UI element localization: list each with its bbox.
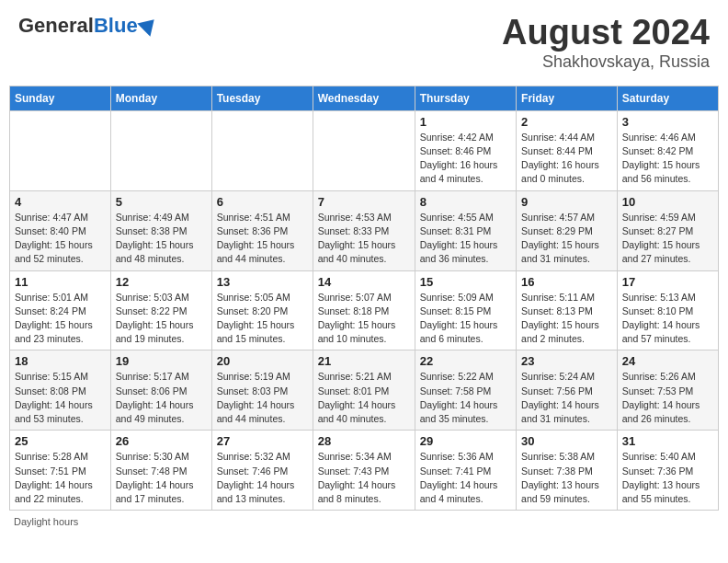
day-number: 23	[521, 354, 612, 368]
day-number: 15	[420, 275, 511, 289]
calendar-day-cell: 11Sunrise: 5:01 AM Sunset: 8:24 PM Dayli…	[10, 270, 111, 350]
day-info-text: Sunrise: 5:32 AM Sunset: 7:46 PM Dayligh…	[217, 450, 308, 506]
calendar-day-cell: 16Sunrise: 5:11 AM Sunset: 8:13 PM Dayli…	[517, 270, 618, 350]
calendar-day-cell	[313, 110, 415, 190]
calendar-day-cell: 10Sunrise: 4:59 AM Sunset: 8:27 PM Dayli…	[617, 190, 718, 270]
calendar-day-cell: 20Sunrise: 5:19 AM Sunset: 8:03 PM Dayli…	[211, 350, 313, 431]
calendar-day-cell: 5Sunrise: 4:49 AM Sunset: 8:38 PM Daylig…	[110, 190, 211, 270]
calendar-week-row: 11Sunrise: 5:01 AM Sunset: 8:24 PM Dayli…	[10, 270, 719, 350]
calendar-day-cell	[110, 110, 211, 190]
calendar-week-row: 4Sunrise: 4:47 AM Sunset: 8:40 PM Daylig…	[10, 190, 719, 270]
calendar-day-cell	[10, 110, 111, 190]
day-info-text: Sunrise: 5:01 AM Sunset: 8:24 PM Dayligh…	[15, 291, 106, 347]
day-info-text: Sunrise: 4:47 AM Sunset: 8:40 PM Dayligh…	[15, 211, 106, 267]
calendar-week-row: 18Sunrise: 5:15 AM Sunset: 8:08 PM Dayli…	[10, 350, 719, 431]
day-number: 8	[420, 195, 511, 209]
calendar-day-cell: 13Sunrise: 5:05 AM Sunset: 8:20 PM Dayli…	[211, 270, 313, 350]
calendar-day-cell: 19Sunrise: 5:17 AM Sunset: 8:06 PM Dayli…	[110, 350, 211, 431]
calendar-day-cell: 6Sunrise: 4:51 AM Sunset: 8:36 PM Daylig…	[211, 190, 313, 270]
location-title: Shakhovskaya, Russia	[502, 52, 710, 72]
day-info-text: Sunrise: 5:15 AM Sunset: 8:08 PM Dayligh…	[15, 370, 106, 426]
day-info-text: Sunrise: 5:07 AM Sunset: 8:18 PM Dayligh…	[318, 291, 410, 347]
day-info-text: Sunrise: 4:55 AM Sunset: 8:31 PM Dayligh…	[420, 211, 511, 267]
logo-blue-text: Blue	[94, 14, 138, 38]
day-info-text: Sunrise: 5:17 AM Sunset: 8:06 PM Dayligh…	[116, 370, 207, 426]
day-info-text: Sunrise: 5:19 AM Sunset: 8:03 PM Dayligh…	[217, 370, 308, 426]
day-info-text: Sunrise: 4:46 AM Sunset: 8:42 PM Dayligh…	[622, 131, 713, 187]
day-number: 12	[116, 275, 207, 289]
calendar-day-cell: 21Sunrise: 5:21 AM Sunset: 8:01 PM Dayli…	[313, 350, 415, 431]
calendar-day-cell: 23Sunrise: 5:24 AM Sunset: 7:56 PM Dayli…	[517, 350, 618, 431]
calendar-day-cell	[211, 110, 313, 190]
logo-arrow-icon	[137, 13, 160, 36]
day-info-text: Sunrise: 5:30 AM Sunset: 7:48 PM Dayligh…	[116, 450, 207, 506]
day-number: 24	[622, 354, 713, 368]
day-info-text: Sunrise: 5:21 AM Sunset: 8:01 PM Dayligh…	[318, 370, 410, 426]
calendar-day-cell: 24Sunrise: 5:26 AM Sunset: 7:53 PM Dayli…	[617, 350, 718, 431]
month-year-title: August 2024	[502, 14, 710, 52]
day-number: 20	[217, 354, 308, 368]
calendar-day-cell: 1Sunrise: 4:42 AM Sunset: 8:46 PM Daylig…	[415, 110, 516, 190]
day-number: 6	[217, 195, 308, 209]
calendar-day-cell: 27Sunrise: 5:32 AM Sunset: 7:46 PM Dayli…	[211, 431, 313, 511]
day-number: 4	[15, 195, 106, 209]
calendar-day-cell: 7Sunrise: 4:53 AM Sunset: 8:33 PM Daylig…	[313, 190, 415, 270]
day-of-week-header: Tuesday	[211, 86, 313, 110]
day-info-text: Sunrise: 5:26 AM Sunset: 7:53 PM Dayligh…	[622, 370, 713, 426]
calendar-day-cell: 22Sunrise: 5:22 AM Sunset: 7:58 PM Dayli…	[415, 350, 516, 431]
day-number: 19	[116, 354, 207, 368]
day-number: 28	[318, 434, 410, 448]
day-number: 17	[622, 275, 713, 289]
day-info-text: Sunrise: 5:13 AM Sunset: 8:10 PM Dayligh…	[622, 291, 713, 347]
calendar-day-cell: 31Sunrise: 5:40 AM Sunset: 7:36 PM Dayli…	[617, 431, 718, 511]
day-number: 27	[217, 434, 308, 448]
day-number: 3	[622, 115, 713, 129]
calendar-week-row: 1Sunrise: 4:42 AM Sunset: 8:46 PM Daylig…	[10, 110, 719, 190]
day-of-week-header: Sunday	[10, 86, 111, 110]
logo: General Blue	[18, 14, 158, 38]
day-info-text: Sunrise: 4:53 AM Sunset: 8:33 PM Dayligh…	[318, 211, 410, 267]
day-number: 26	[116, 434, 207, 448]
day-info-text: Sunrise: 5:40 AM Sunset: 7:36 PM Dayligh…	[622, 450, 713, 506]
day-info-text: Sunrise: 5:36 AM Sunset: 7:41 PM Dayligh…	[420, 450, 511, 506]
day-info-text: Sunrise: 5:38 AM Sunset: 7:38 PM Dayligh…	[521, 450, 612, 506]
day-number: 18	[15, 354, 106, 368]
calendar-day-cell: 9Sunrise: 4:57 AM Sunset: 8:29 PM Daylig…	[517, 190, 618, 270]
day-of-week-header: Friday	[517, 86, 618, 110]
day-number: 29	[420, 434, 511, 448]
day-number: 30	[521, 434, 612, 448]
day-of-week-header: Saturday	[617, 86, 718, 110]
calendar-header-row: SundayMondayTuesdayWednesdayThursdayFrid…	[10, 86, 719, 110]
day-number: 11	[15, 275, 106, 289]
day-number: 14	[318, 275, 410, 289]
day-number: 31	[622, 434, 713, 448]
day-number: 5	[116, 195, 207, 209]
calendar-day-cell: 15Sunrise: 5:09 AM Sunset: 8:15 PM Dayli…	[415, 270, 516, 350]
day-number: 13	[217, 275, 308, 289]
day-of-week-header: Thursday	[415, 86, 516, 110]
day-info-text: Sunrise: 5:34 AM Sunset: 7:43 PM Dayligh…	[318, 450, 410, 506]
calendar-day-cell: 4Sunrise: 4:47 AM Sunset: 8:40 PM Daylig…	[10, 190, 111, 270]
header: General Blue August 2024 Shakhovskaya, R…	[9, 9, 719, 76]
day-info-text: Sunrise: 4:42 AM Sunset: 8:46 PM Dayligh…	[420, 131, 511, 187]
day-info-text: Sunrise: 4:59 AM Sunset: 8:27 PM Dayligh…	[622, 211, 713, 267]
day-info-text: Sunrise: 5:05 AM Sunset: 8:20 PM Dayligh…	[217, 291, 308, 347]
day-info-text: Sunrise: 5:24 AM Sunset: 7:56 PM Dayligh…	[521, 370, 612, 426]
calendar-day-cell: 28Sunrise: 5:34 AM Sunset: 7:43 PM Dayli…	[313, 431, 415, 511]
calendar-day-cell: 18Sunrise: 5:15 AM Sunset: 8:08 PM Dayli…	[10, 350, 111, 431]
logo-general-text: General	[18, 14, 94, 38]
day-number: 7	[318, 195, 410, 209]
day-number: 22	[420, 354, 511, 368]
calendar-day-cell: 29Sunrise: 5:36 AM Sunset: 7:41 PM Dayli…	[415, 431, 516, 511]
calendar-table: SundayMondayTuesdayWednesdayThursdayFrid…	[9, 86, 719, 511]
calendar-day-cell: 30Sunrise: 5:38 AM Sunset: 7:38 PM Dayli…	[517, 431, 618, 511]
calendar-day-cell: 2Sunrise: 4:44 AM Sunset: 8:44 PM Daylig…	[517, 110, 618, 190]
day-number: 21	[318, 354, 410, 368]
calendar-day-cell: 26Sunrise: 5:30 AM Sunset: 7:48 PM Dayli…	[110, 431, 211, 511]
day-info-text: Sunrise: 5:03 AM Sunset: 8:22 PM Dayligh…	[116, 291, 207, 347]
calendar-day-cell: 14Sunrise: 5:07 AM Sunset: 8:18 PM Dayli…	[313, 270, 415, 350]
day-info-text: Sunrise: 5:22 AM Sunset: 7:58 PM Dayligh…	[420, 370, 511, 426]
day-number: 25	[15, 434, 106, 448]
day-number: 1	[420, 115, 511, 129]
calendar-day-cell: 3Sunrise: 4:46 AM Sunset: 8:42 PM Daylig…	[617, 110, 718, 190]
